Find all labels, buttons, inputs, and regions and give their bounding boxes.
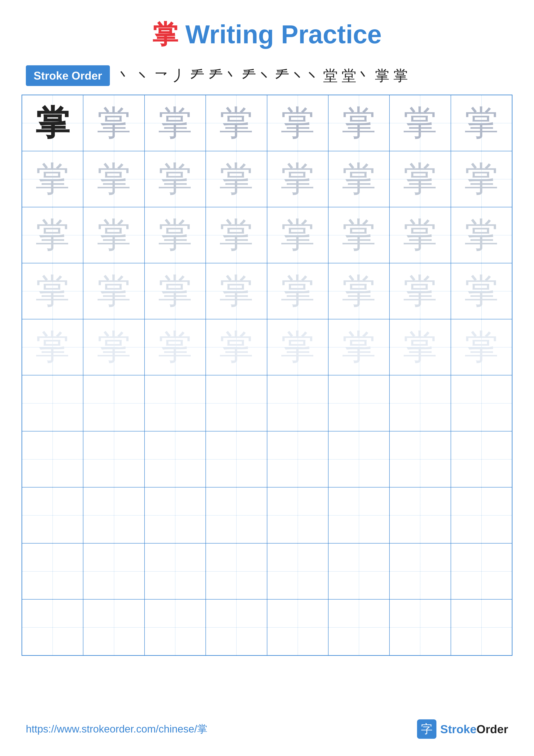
grid-cell-r7c8[interactable] [451,431,512,487]
grid-cell-r4c7[interactable]: 掌 [390,263,451,319]
grid-cell-r3c6[interactable]: 掌 [328,207,390,263]
grid-cell-r9c5[interactable] [267,543,328,599]
grid-cell-r5c5[interactable]: 掌 [267,319,328,375]
grid-cell-r7c5[interactable] [267,431,328,487]
grid-cell-r2c8[interactable]: 掌 [451,151,512,207]
grid-cell-r9c6[interactable] [328,543,390,599]
title-char: 掌 [152,20,178,49]
grid-cell-r1c4[interactable]: 掌 [206,95,267,151]
grid-cell-r5c3[interactable]: 掌 [144,319,206,375]
grid-cell-r8c5[interactable] [267,487,328,543]
grid-cell-r1c1[interactable]: 掌 [22,95,83,151]
grid-cell-r10c2[interactable] [83,599,144,655]
grid-cell-r8c2[interactable] [83,487,144,543]
grid-cell-r4c6[interactable]: 掌 [328,263,390,319]
grid-cell-r1c7[interactable]: 掌 [390,95,451,151]
grid-cell-r6c6[interactable] [328,375,390,431]
grid-cell-r3c1[interactable]: 掌 [22,207,83,263]
grid-cell-r5c4[interactable]: 掌 [206,319,267,375]
footer-brand-icon: 字 [417,719,436,739]
grid-cell-r2c6[interactable]: 掌 [328,151,390,207]
grid-cell-r4c5[interactable]: 掌 [267,263,328,319]
grid-cell-r10c6[interactable] [328,599,390,655]
grid-cell-r4c8[interactable]: 掌 [451,263,512,319]
grid-cell-r3c4[interactable]: 掌 [206,207,267,263]
grid-cell-r9c4[interactable] [206,543,267,599]
grid-cell-r8c3[interactable] [144,487,206,543]
grid-cell-r7c4[interactable] [206,431,267,487]
footer: https://www.strokeorder.com/chinese/掌 字 … [26,719,508,739]
grid-cell-r4c3[interactable]: 掌 [144,263,206,319]
grid-cell-r10c3[interactable] [144,599,206,655]
grid-cell-r10c4[interactable] [206,599,267,655]
grid-cell-r1c6[interactable]: 掌 [328,95,390,151]
grid-cell-r8c8[interactable] [451,487,512,543]
grid-cell-r8c7[interactable] [390,487,451,543]
grid-cell-r10c8[interactable] [451,599,512,655]
title-text: Writing Practice [178,20,382,49]
grid-cell-r5c7[interactable]: 掌 [390,319,451,375]
grid-cell-r3c7[interactable]: 掌 [390,207,451,263]
grid-cell-r5c2[interactable]: 掌 [83,319,144,375]
grid-cell-r9c3[interactable] [144,543,206,599]
footer-brand-text: StrokeOrder [440,722,508,736]
grid-cell-r8c6[interactable] [328,487,390,543]
stroke-order-badge: Stroke Order [26,65,110,86]
grid-cell-r2c2[interactable]: 掌 [83,151,144,207]
grid-cell-r4c4[interactable]: 掌 [206,263,267,319]
grid-cell-r7c7[interactable] [390,431,451,487]
grid-cell-r10c5[interactable] [267,599,328,655]
grid-cell-r3c8[interactable]: 掌 [451,207,512,263]
grid-cell-r2c7[interactable]: 掌 [390,151,451,207]
grid-cell-r10c1[interactable] [22,599,83,655]
grid-cell-r5c1[interactable]: 掌 [22,319,83,375]
grid-cell-r6c2[interactable] [83,375,144,431]
page-title: 掌 Writing Practice [0,0,534,65]
grid-cell-r9c7[interactable] [390,543,451,599]
grid-cell-r8c4[interactable] [206,487,267,543]
grid-cell-r4c1[interactable]: 掌 [22,263,83,319]
grid-cell-r2c4[interactable]: 掌 [206,151,267,207]
grid-cell-r9c2[interactable] [83,543,144,599]
grid-cell-r4c2[interactable]: 掌 [83,263,144,319]
footer-brand: 字 StrokeOrder [417,719,508,739]
grid-cell-r1c2[interactable]: 掌 [83,95,144,151]
grid-cell-r6c4[interactable] [206,375,267,431]
grid-cell-r8c1[interactable] [22,487,83,543]
grid-cell-r2c5[interactable]: 掌 [267,151,328,207]
stroke-order-section: Stroke Order 丶 ㇔ ㇖ ㇓ 龵 龵丶 龵㇔ 龵㇔㇔ 堂 堂丶 掌 … [0,65,534,86]
grid-cell-r6c5[interactable] [267,375,328,431]
stroke-order-chars: 丶 ㇔ ㇖ ㇓ 龵 龵丶 龵㇔ 龵㇔㇔ 堂 堂丶 掌 掌 [116,66,408,86]
grid-cell-r7c1[interactable] [22,431,83,487]
grid-cell-r5c6[interactable]: 掌 [328,319,390,375]
grid-cell-r5c8[interactable]: 掌 [451,319,512,375]
footer-url[interactable]: https://www.strokeorder.com/chinese/掌 [26,722,207,736]
grid-cell-r2c3[interactable]: 掌 [144,151,206,207]
practice-section: 掌 掌 掌 掌 掌 掌 掌 掌 掌 掌 掌 掌 掌 掌 掌 掌 掌 掌 掌 掌 … [0,94,534,656]
grid-cell-r9c1[interactable] [22,543,83,599]
grid-cell-r2c1[interactable]: 掌 [22,151,83,207]
grid-cell-r1c5[interactable]: 掌 [267,95,328,151]
practice-grid: 掌 掌 掌 掌 掌 掌 掌 掌 掌 掌 掌 掌 掌 掌 掌 掌 掌 掌 掌 掌 … [21,94,513,656]
grid-cell-r7c6[interactable] [328,431,390,487]
grid-cell-r6c7[interactable] [390,375,451,431]
grid-cell-r1c3[interactable]: 掌 [144,95,206,151]
grid-cell-r3c2[interactable]: 掌 [83,207,144,263]
grid-cell-r10c7[interactable] [390,599,451,655]
grid-cell-r9c8[interactable] [451,543,512,599]
grid-cell-r6c1[interactable] [22,375,83,431]
grid-cell-r1c8[interactable]: 掌 [451,95,512,151]
grid-cell-r7c2[interactable] [83,431,144,487]
grid-cell-r3c3[interactable]: 掌 [144,207,206,263]
grid-cell-r3c5[interactable]: 掌 [267,207,328,263]
grid-cell-r6c8[interactable] [451,375,512,431]
grid-cell-r6c3[interactable] [144,375,206,431]
grid-cell-r7c3[interactable] [144,431,206,487]
